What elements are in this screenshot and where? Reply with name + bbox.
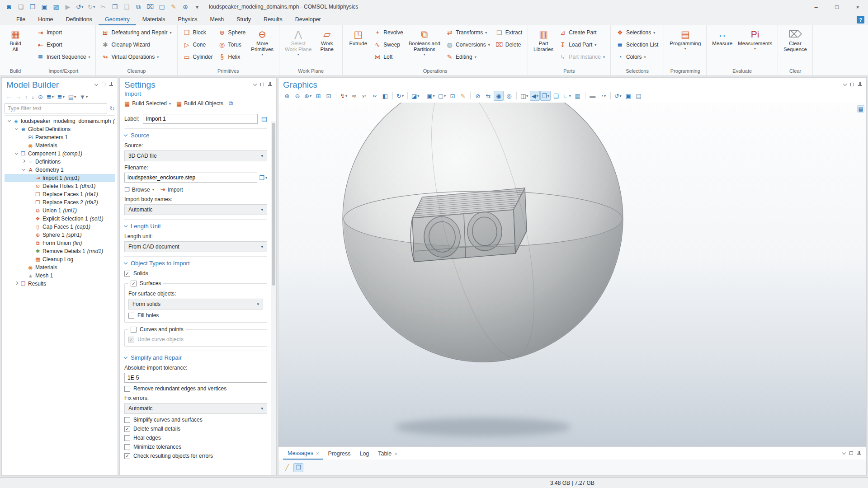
duplicate-icon[interactable]: ⧉: [133, 1, 144, 12]
loft-button[interactable]: ⋈Loft: [371, 51, 405, 63]
expander-icon[interactable]: [14, 153, 19, 154]
view-yz-icon[interactable]: yz: [359, 91, 369, 101]
revolve-button[interactable]: +Revolve: [371, 27, 405, 38]
move-down-icon[interactable]: ↓: [30, 92, 36, 102]
tree-item-union-1[interactable]: ⧉Union 1(uni1): [5, 206, 115, 215]
tree-item-loudspeaker-modeling-domains-mph[interactable]: ◈loudspeaker_modeling_domains.mph(root): [5, 117, 115, 125]
redo-icon[interactable]: ↻▾: [86, 1, 97, 12]
object-types-section-header[interactable]: Object Types to Import: [124, 260, 267, 267]
browse-button[interactable]: ❒ Browse ▾: [124, 186, 154, 193]
expander-icon[interactable]: [21, 161, 27, 162]
simplify-curves-and-surfaces-checkbox[interactable]: [124, 417, 130, 423]
simplify-repair-section-header[interactable]: Simplify and Repair: [124, 354, 267, 361]
tree-filter-input[interactable]: [5, 103, 107, 113]
panel-menu-icon[interactable]: [253, 82, 257, 85]
label-visibility-icon[interactable]: ▬: [588, 91, 598, 101]
select-brush-icon[interactable]: ✎: [458, 91, 468, 101]
check-resulting-objects-for-errors-checkbox[interactable]: [124, 453, 130, 459]
tab-messages[interactable]: Messages×: [283, 447, 323, 460]
cleanup-wizard-button[interactable]: ✱Cleanup Wizard: [99, 39, 174, 51]
nav-back-icon[interactable]: ←: [5, 92, 13, 102]
nav-forward-icon[interactable]: →: [14, 92, 23, 102]
import-button[interactable]: ⇥Import: [34, 27, 92, 38]
tab-log[interactable]: Log: [355, 448, 373, 459]
copy-text-icon[interactable]: ❐: [293, 463, 303, 472]
viewport-flyout-icon[interactable]: ▤: [857, 105, 864, 113]
minimize-button[interactable]: –: [806, 0, 826, 14]
grid-icon[interactable]: ▦: [573, 91, 583, 101]
select-rectangle-icon[interactable]: ▢: [156, 1, 167, 12]
show-options-icon[interactable]: ⊙: [37, 92, 44, 102]
block-button[interactable]: ❒Block: [181, 27, 215, 38]
tree-item-explicit-selection-1[interactable]: ❖Explicit Selection 1(sel1): [5, 215, 115, 223]
length-unit-select[interactable]: From CAD document ▾: [124, 241, 267, 252]
new-file-icon[interactable]: ❏: [15, 1, 26, 12]
zoom-extents-icon[interactable]: ⊞: [313, 91, 323, 101]
expand-all-icon[interactable]: ≣▾: [56, 92, 66, 102]
copy-icon[interactable]: ❐: [109, 1, 120, 12]
panel-menu-icon[interactable]: [842, 450, 846, 454]
colors-button[interactable]: ◔Colors▾: [614, 51, 660, 63]
view-visible-icon[interactable]: ◉: [494, 91, 504, 101]
tab-results[interactable]: Results: [257, 14, 289, 25]
collapse-all-icon[interactable]: ≣▾: [45, 92, 55, 102]
tree-item-import-1[interactable]: ⇥Import 1(imp1): [5, 174, 115, 182]
label-input[interactable]: [143, 114, 258, 124]
delete-button[interactable]: ⌧Delete: [493, 39, 524, 51]
default-view-icon[interactable]: ◧: [380, 91, 390, 101]
tree-item-replace-faces-2[interactable]: ❒Replace Faces 2(rfa2): [5, 198, 115, 206]
maximize-button[interactable]: □: [826, 0, 847, 14]
wireframe-icon[interactable]: ❏: [551, 91, 561, 101]
close-tab-icon[interactable]: ×: [394, 451, 397, 456]
editing-button[interactable]: ✎Editing▾: [443, 51, 492, 63]
undo-icon[interactable]: ↺▾: [74, 1, 85, 12]
clip-planes-icon[interactable]: ◫▾: [519, 91, 529, 101]
build-selected-button[interactable]: ▦ Build Selected ▾: [124, 100, 171, 107]
tab-file[interactable]: File: [10, 14, 32, 25]
cut-icon[interactable]: ✂: [98, 1, 108, 12]
cylinder-button[interactable]: ▭Cylinder: [181, 51, 215, 63]
insert-sequence-button[interactable]: ≣Insert Sequence▾: [34, 51, 92, 63]
tree-item-replace-faces-1[interactable]: ❒Replace Faces 1(rfa1): [5, 190, 115, 198]
refresh-icon[interactable]: ↻: [109, 105, 115, 112]
tree-item-global-definitions[interactable]: ⊕Global Definitions: [5, 125, 115, 133]
close-tab-icon[interactable]: ×: [316, 450, 319, 456]
tree-item-component-1[interactable]: ❒Component 1(comp1): [5, 150, 115, 158]
update-scene-icon[interactable]: ↺▾: [613, 91, 623, 101]
virtual-operations-button[interactable]: ↬Virtual Operations▾: [99, 51, 174, 63]
import-button[interactable]: ⇥ Import: [160, 186, 183, 193]
tree-item-geometry-1[interactable]: AGeometry 1: [5, 166, 115, 174]
selections-button[interactable]: ❖Selections▾: [614, 27, 660, 38]
snapshot-icon[interactable]: ▣: [623, 91, 633, 101]
go-to-view-icon[interactable]: ↯▾: [339, 91, 349, 101]
tree-item-materials[interactable]: ◉Materials: [5, 263, 115, 272]
print-icon[interactable]: ▤: [634, 91, 644, 101]
hide-objects-icon[interactable]: ⊘: [473, 91, 483, 101]
measure-button[interactable]: ↔Measure: [710, 27, 735, 68]
build-options-button[interactable]: ⧉: [229, 100, 233, 107]
tree-item-mesh-1[interactable]: ▲Mesh 1: [5, 272, 115, 280]
expander-icon[interactable]: [14, 283, 19, 284]
tab-definitions[interactable]: Definitions: [60, 14, 99, 25]
helix-button[interactable]: §Helix: [216, 51, 248, 63]
tree-item-form-union[interactable]: ⧉Form Union(fin): [5, 239, 115, 247]
delete-node-icon[interactable]: ⌧: [145, 1, 156, 12]
float-panel-icon[interactable]: [102, 83, 105, 86]
close-button[interactable]: ×: [847, 0, 868, 14]
tab-study[interactable]: Study: [230, 14, 257, 25]
build-all-objects-button[interactable]: ▦ Build All Objects: [176, 100, 223, 107]
cone-button[interactable]: ▷Cone: [181, 39, 215, 51]
tree-item-definitions[interactable]: ≡Definitions: [5, 158, 115, 166]
open-file-icon[interactable]: ❒: [27, 1, 38, 12]
tab-home[interactable]: Home: [32, 14, 59, 25]
tree-item-sphere-1[interactable]: ⊕Sphere 1(sph1): [5, 231, 115, 239]
save-icon[interactable]: ▣: [39, 1, 50, 12]
fill-holes-checkbox[interactable]: [128, 313, 134, 319]
clear-sequence-button[interactable]: ⌦Clear Sequence: [781, 27, 809, 68]
pin-panel-icon[interactable]: [857, 451, 861, 455]
expander-icon[interactable]: [14, 129, 19, 130]
work-plane-button[interactable]: ▱Work Plane: [315, 27, 339, 68]
expander-icon[interactable]: [21, 169, 27, 170]
programming-button[interactable]: ▤Programming▾: [667, 27, 703, 68]
view-xy-icon[interactable]: xy: [349, 91, 359, 101]
